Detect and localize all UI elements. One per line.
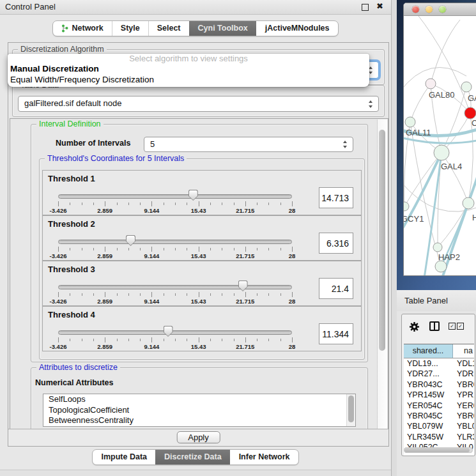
network-node-gal4[interactable] xyxy=(434,145,449,160)
table-row[interactable]: YBL079WYBL0 xyxy=(404,421,474,431)
table-data-combobox[interactable]: galFiltered.sif default node xyxy=(18,96,379,112)
slider-track[interactable] xyxy=(58,240,292,244)
table-cell[interactable]: YBR0 xyxy=(453,380,474,390)
slider-ticks xyxy=(58,292,292,297)
table-cell[interactable]: YBR045C xyxy=(404,411,453,421)
column-header-shared-[interactable]: shared... xyxy=(404,344,453,358)
table-row[interactable]: YBR043CYBR0 xyxy=(404,380,474,390)
select-columns-checkbox-icon[interactable]: ✓ xyxy=(449,323,456,330)
dropdown-option-manual-discretization[interactable]: Manual Discretization xyxy=(8,64,369,75)
number-of-intervals-combobox[interactable]: 5 xyxy=(144,137,353,152)
table-row[interactable]: YDL19...YDL1 xyxy=(404,358,474,369)
slider-track[interactable] xyxy=(58,285,292,289)
network-edge[interactable] xyxy=(404,68,466,92)
tab-select[interactable]: Select xyxy=(148,21,189,36)
network-canvas[interactable]: GAL80GACGAL11GAL4GCY1HHAP2 xyxy=(404,16,476,275)
tab-label: jActiveMNodules xyxy=(265,21,330,36)
network-node-gal11[interactable] xyxy=(405,117,415,127)
node-table: shared...na YDL19...YDL1YDR27...YDR2YBR0… xyxy=(404,344,474,456)
tick-label: -3.426 xyxy=(50,252,67,259)
table-cell[interactable]: YDL1 xyxy=(453,358,474,369)
network-node-hap2[interactable] xyxy=(433,243,442,252)
network-node-gcy1[interactable] xyxy=(404,202,409,211)
column-header-na[interactable]: na xyxy=(453,344,474,358)
numerical-attributes-list[interactable]: SelfLoopsTopologicalCoefficientBetweenne… xyxy=(43,394,356,427)
table-row[interactable]: YPR145WYPR1 xyxy=(404,390,474,400)
dropdown-option-equal-width-frequency-discretization[interactable]: Equal Width/Frequency Discretization xyxy=(8,75,369,86)
number-of-intervals-value: 5 xyxy=(150,137,339,151)
table-cell[interactable]: YLR345W xyxy=(404,432,453,442)
slider-thumb[interactable] xyxy=(188,190,198,201)
threshold-label: Threshold 4 xyxy=(48,310,95,319)
table-cell[interactable]: YDR27... xyxy=(404,369,453,379)
threshold-value-input[interactable] xyxy=(319,278,353,299)
network-graph[interactable]: GAL80GACGAL11GAL4GCY1HHAP2 xyxy=(404,16,476,275)
table-row[interactable]: YBR045CYBR0 xyxy=(404,411,474,421)
network-edge[interactable] xyxy=(431,20,460,84)
panel-divider[interactable] xyxy=(392,0,397,476)
bottom-tab-infer-network[interactable]: Infer Network xyxy=(230,450,298,464)
network-node-node-bottom[interactable] xyxy=(435,261,447,272)
network-node-node-top-right[interactable] xyxy=(461,82,472,92)
table-row[interactable]: YLR345WYLR3 xyxy=(404,432,474,442)
slider-thumb[interactable] xyxy=(126,235,135,246)
top-tabbar: NetworkStyleSelectCyni ToolboxjActiveMNo… xyxy=(0,20,391,36)
slider-track[interactable] xyxy=(58,194,292,199)
apply-button[interactable]: Apply xyxy=(176,431,220,443)
network-node-gal80[interactable] xyxy=(426,79,436,89)
attribute-item-betweennesscentrality[interactable]: BetweennessCentrality xyxy=(43,415,355,426)
tab-label: Impute Data xyxy=(101,450,147,464)
attribute-item-topologicalcoefficient[interactable]: TopologicalCoefficient xyxy=(43,405,355,416)
table-cell[interactable]: YBR0 xyxy=(453,411,474,421)
tab-cyni-toolbox[interactable]: Cyni Toolbox xyxy=(189,21,256,36)
network-edge[interactable] xyxy=(404,137,476,143)
network-window-titlebar[interactable] xyxy=(404,3,476,16)
table-settings-gear-icon[interactable] xyxy=(409,321,420,332)
table-row[interactable]: YDR27...YDR2 xyxy=(404,369,474,379)
close-icon[interactable]: ✖ xyxy=(376,1,383,11)
select-all-checkbox-icon[interactable]: ✓ xyxy=(457,323,464,330)
close-traffic-light-icon[interactable] xyxy=(412,6,419,13)
network-edge[interactable] xyxy=(441,153,468,203)
tick-label: 28 xyxy=(289,343,296,350)
threshold-value-input[interactable] xyxy=(319,187,353,208)
table-cell[interactable]: YER054C xyxy=(404,401,453,411)
scrollbar-thumb[interactable] xyxy=(379,130,385,351)
network-edge[interactable] xyxy=(410,84,431,122)
scrollbar-thumb[interactable] xyxy=(348,395,354,422)
tab-jactivemnodules[interactable]: jActiveMNodules xyxy=(256,21,338,36)
split-columns-icon[interactable] xyxy=(429,321,440,331)
table-cell[interactable]: YBL0 xyxy=(453,421,474,431)
threshold-value-input[interactable] xyxy=(319,233,353,254)
table-cell[interactable]: YDL19... xyxy=(404,358,453,369)
table-cell[interactable]: YER0 xyxy=(453,401,474,411)
zoom-traffic-light-icon[interactable] xyxy=(439,6,446,13)
table-cell[interactable]: YBR043C xyxy=(404,380,453,390)
table-cell[interactable]: YDR2 xyxy=(453,369,474,379)
threshold-value-input[interactable] xyxy=(319,323,353,344)
table-cell[interactable]: YBL079W xyxy=(404,421,453,431)
attribute-item-selfloops[interactable]: SelfLoops xyxy=(43,394,355,405)
slider-thumb[interactable] xyxy=(238,280,248,291)
table-cell[interactable]: YPR145W xyxy=(404,390,453,400)
network-node-selected-red[interactable] xyxy=(464,107,476,119)
tab-network[interactable]: Network xyxy=(53,21,111,36)
settings-vertical-scrollbar[interactable] xyxy=(377,119,387,429)
bottom-tab-impute-data[interactable]: Impute Data xyxy=(93,450,155,464)
network-node-node-right[interactable] xyxy=(463,197,474,209)
scrollbar-thumb[interactable] xyxy=(404,448,470,452)
table-cell[interactable]: YPR1 xyxy=(453,390,474,400)
attributes-list-scrollbar[interactable] xyxy=(346,394,355,426)
slider-thumb[interactable] xyxy=(164,326,173,337)
minimize-traffic-light-icon[interactable] xyxy=(426,6,433,13)
table-row[interactable]: YER054CYER0 xyxy=(404,401,474,411)
table-data-value: galFiltered.sif default node xyxy=(24,96,364,110)
slider-track[interactable] xyxy=(58,330,292,335)
table-horizontal-scrollbar[interactable] xyxy=(404,447,473,453)
tab-style[interactable]: Style xyxy=(112,21,148,36)
tab-label: Network xyxy=(72,21,103,36)
table-cell[interactable]: YLR3 xyxy=(453,432,474,442)
float-icon[interactable] xyxy=(362,4,369,11)
bottom-tab-discretize-data[interactable]: Discretize Data xyxy=(155,450,230,464)
network-view-window[interactable]: GAL80GACGAL11GAL4GCY1HHAP2 xyxy=(403,3,476,276)
